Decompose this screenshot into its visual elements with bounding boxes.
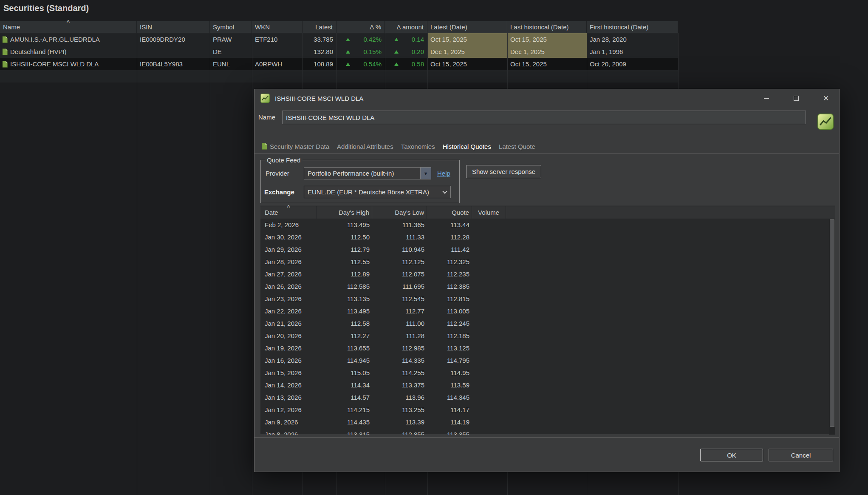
column-header-day-s-high[interactable]: Day's High: [317, 206, 372, 219]
quote-row[interactable]: Jan 12, 2026114.215113.255114.17: [260, 404, 835, 416]
security-name: ISHSIII-CORE MSCI WLD DLA: [10, 58, 99, 70]
quote-cell: 112.185: [427, 330, 472, 342]
table-row[interactable]: ISHSIII-CORE MSCI WLD DLAIE00B4L5Y983EUN…: [0, 58, 678, 70]
dropdown-arrow-icon[interactable]: ▼: [420, 168, 431, 179]
column-header-isin[interactable]: ISIN: [137, 21, 210, 33]
exchange-select[interactable]: EUNL.DE (EUR * Deutsche Börse XETRA): [304, 186, 451, 198]
quote-row[interactable]: Feb 2, 2026113.495111.365113.44: [260, 219, 835, 231]
quote-row[interactable]: Jan 14, 2026114.34113.375113.59: [260, 379, 835, 391]
column-header-quote[interactable]: Quote: [427, 206, 472, 219]
date-cell: Jan 30, 2026: [260, 231, 317, 243]
tab-label: Security Master Data: [270, 139, 329, 154]
days-high-cell: 113.495: [317, 305, 372, 317]
security-name: AMUN.I.S.-A.PR.GL.UEDRDLA: [10, 33, 100, 46]
table-row[interactable]: Deutschland (HVPI)DE132.800.15%0.20Dec 1…: [0, 46, 678, 58]
days-high-cell: 114.34: [317, 379, 372, 391]
days-high-cell: 112.89: [317, 268, 372, 280]
column-header-wkn[interactable]: WKN: [252, 21, 303, 33]
column-header-symbol[interactable]: Symbol: [210, 21, 252, 33]
quote-row[interactable]: Jan 28, 2026112.55112.125112.325: [260, 256, 835, 268]
empty-table-row: [0, 70, 678, 82]
quote-row[interactable]: Jan 20, 2026112.27111.28112.185: [260, 330, 835, 342]
quote-row[interactable]: Jan 27, 2026112.89112.075112.235: [260, 268, 835, 280]
provider-selected-value: Portfolio Performance (built-in): [304, 168, 420, 179]
help-link[interactable]: Help: [437, 167, 450, 179]
page-title: Securities (Standard): [3, 3, 89, 13]
header-filler: [506, 206, 835, 219]
column-header-latest[interactable]: Latest: [303, 21, 336, 33]
security-symbol: EUNL: [210, 58, 252, 70]
first-historical-date-cell: Jan 28, 2020: [587, 33, 678, 46]
quote-row[interactable]: Jan 30, 2026112.50111.33112.28: [260, 231, 835, 243]
column-divider: [252, 33, 252, 495]
column-header-label: ISIN: [140, 23, 152, 31]
column-header-amount[interactable]: Δ amount: [385, 21, 427, 33]
quote-cell: 112.28: [427, 231, 472, 243]
row-filler: [506, 268, 835, 280]
chevron-down-icon[interactable]: [439, 186, 450, 198]
quote-row[interactable]: Jan 26, 2026112.585111.695112.385: [260, 280, 835, 293]
cancel-button[interactable]: Cancel: [769, 449, 833, 461]
last-historical-date-cell: Dec 1, 2025: [507, 46, 587, 58]
row-filler: [506, 416, 835, 428]
security-wkn: [252, 46, 303, 58]
quote-row[interactable]: Jan 16, 2026114.945114.335114.795: [260, 354, 835, 367]
scrollbar-thumb[interactable]: [830, 219, 834, 427]
tab-additional-attributes[interactable]: Additional Attributes: [333, 139, 397, 153]
row-filler: [506, 391, 835, 404]
column-header-date[interactable]: Date^: [260, 206, 317, 219]
delta-percent-value: 0.54%: [350, 58, 382, 70]
date-cell: Jan 13, 2026: [260, 391, 317, 404]
quotes-scrollbar[interactable]: [829, 219, 835, 435]
dialog-titlebar[interactable]: ISHSIII-CORE MSCI WLD DLA ✕: [254, 89, 839, 107]
security-symbol: PRAW: [210, 33, 252, 46]
quote-row[interactable]: Jan 19, 2026113.655112.985113.125: [260, 342, 835, 354]
quote-row[interactable]: Jan 23, 2026113.135112.545112.815: [260, 293, 835, 305]
exchange-selected-value: EUNL.DE (EUR * Deutsche Börse XETRA): [304, 186, 439, 198]
tab-security-master-data[interactable]: Security Master Data: [258, 139, 333, 153]
provider-select[interactable]: Portfolio Performance (built-in) ▼: [304, 167, 431, 179]
quote-row[interactable]: Jan 21, 2026112.58111.00112.245: [260, 317, 835, 330]
column-header-first-historical-date[interactable]: First historical (Date): [587, 21, 678, 33]
volume-cell: [472, 367, 506, 379]
days-low-cell: 110.945: [372, 243, 427, 256]
column-header-volume[interactable]: Volume: [472, 206, 506, 219]
close-button[interactable]: ✕: [816, 89, 836, 107]
column-header-last-historical-date[interactable]: Last historical (Date): [507, 21, 587, 33]
column-header-name[interactable]: Name^: [0, 21, 137, 33]
security-isin: [137, 46, 210, 58]
column-header-[interactable]: Δ %: [336, 21, 385, 33]
row-filler: [506, 243, 835, 256]
delta-percent-cell: 0.15%: [336, 46, 385, 58]
tab-taxonomies[interactable]: Taxonomies: [397, 139, 439, 153]
quote-row[interactable]: Jan 9, 2026114.435113.39114.19: [260, 416, 835, 428]
maximize-button[interactable]: [786, 89, 806, 107]
tab-latest-quote[interactable]: Latest Quote: [495, 139, 539, 153]
row-filler: [506, 280, 835, 293]
quote-row[interactable]: Jan 8, 2026113.315112.855113.355: [260, 428, 835, 435]
name-input[interactable]: [282, 111, 806, 124]
days-low-cell: 112.125: [372, 256, 427, 268]
quote-row[interactable]: Jan 13, 2026114.57113.96114.345: [260, 391, 835, 404]
sort-indicator-icon: ^: [67, 19, 70, 26]
quote-cell: 112.385: [427, 280, 472, 293]
date-cell: Jan 14, 2026: [260, 379, 317, 391]
quote-row[interactable]: Jan 15, 2026115.05114.255114.95: [260, 367, 835, 379]
column-header-label: WKN: [255, 23, 270, 31]
quote-row[interactable]: Jan 22, 2026113.495112.77113.005: [260, 305, 835, 317]
ok-button[interactable]: OK: [700, 449, 763, 461]
days-low-cell: 111.00: [372, 317, 427, 330]
table-row[interactable]: AMUN.I.S.-A.PR.GL.UEDRDLAIE0009DRDY20PRA…: [0, 33, 678, 46]
minimize-button[interactable]: [757, 89, 776, 107]
days-high-cell: 112.79: [317, 243, 372, 256]
show-server-response-button[interactable]: Show server response: [466, 165, 541, 178]
quotes-rows[interactable]: Feb 2, 2026113.495111.365113.44Jan 30, 2…: [260, 219, 835, 435]
quote-row[interactable]: Jan 29, 2026112.79110.945111.42: [260, 243, 835, 256]
security-name-cell: ISHSIII-CORE MSCI WLD DLA: [0, 58, 137, 70]
volume-cell: [472, 379, 506, 391]
tab-historical-quotes[interactable]: Historical Quotes: [439, 139, 495, 153]
column-header-day-s-low[interactable]: Day's Low: [372, 206, 427, 219]
up-triangle-icon: [394, 63, 399, 66]
column-header-latest-date[interactable]: Latest (Date): [427, 21, 507, 33]
last-historical-date-cell: Oct 15, 2025: [507, 58, 587, 70]
